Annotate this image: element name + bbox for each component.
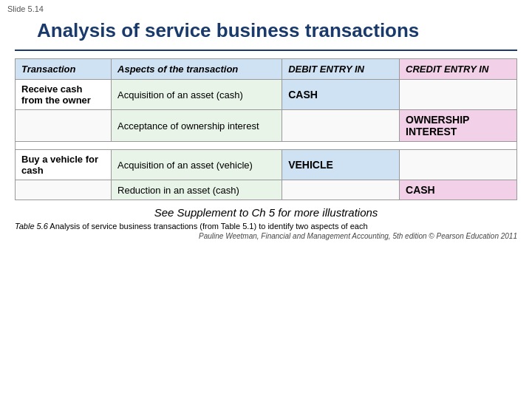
debit-2 — [282, 110, 400, 142]
spacer-row — [16, 142, 517, 150]
debit-4 — [282, 180, 400, 200]
table-container: Transaction Aspects of the transaction D… — [15, 58, 517, 200]
header-debit: DEBIT ENTRY IN — [282, 59, 400, 80]
credit-3 — [400, 150, 517, 180]
transaction-3: Buy a vehicle for cash — [16, 150, 112, 180]
transaction-1: Receive cash from the owner — [16, 80, 112, 110]
footer-text: Pauline Weetman, Financial and Managemen… — [15, 232, 517, 240]
header-transaction: Transaction — [16, 59, 112, 80]
debit-3: VEHICLE — [282, 150, 400, 180]
aspects-2: Acceptance of ownership interest — [112, 110, 282, 142]
table-num: Table 5.6 — [15, 222, 48, 231]
aspects-1: Acquisition of an asset (cash) — [112, 80, 282, 110]
header-aspects: Aspects of the transaction — [112, 59, 282, 80]
table-row: Acceptance of ownership interest OWNERSH… — [16, 110, 517, 142]
transactions-table: Transaction Aspects of the transaction D… — [15, 58, 517, 200]
debit-1: CASH — [282, 80, 400, 110]
transaction-4 — [16, 180, 112, 200]
credit-2: OWNERSHIP INTEREST — [400, 110, 517, 142]
aspects-4: Reduction in an asset (cash) — [112, 180, 282, 200]
header-credit: CREDIT ENTRY IN — [400, 59, 517, 80]
credit-1 — [400, 80, 517, 110]
page-title: Analysis of service business transaction… — [15, 15, 517, 51]
caption-text: Analysis of service business transaction… — [50, 222, 367, 231]
aspects-3: Acquisition of an asset (vehicle) — [112, 150, 282, 180]
supplement-text: See Supplement to Ch 5 for more illustra… — [15, 206, 517, 219]
slide-number: Slide 5.14 — [0, 0, 532, 15]
table-row: Buy a vehicle for cash Acquisition of an… — [16, 150, 517, 180]
credit-4: CASH — [400, 180, 517, 200]
table-row: Receive cash from the owner Acquisition … — [16, 80, 517, 110]
table-caption: Table 5.6 Analysis of service business t… — [15, 222, 517, 231]
transaction-2 — [16, 110, 112, 142]
table-row: Reduction in an asset (cash) CASH — [16, 180, 517, 200]
